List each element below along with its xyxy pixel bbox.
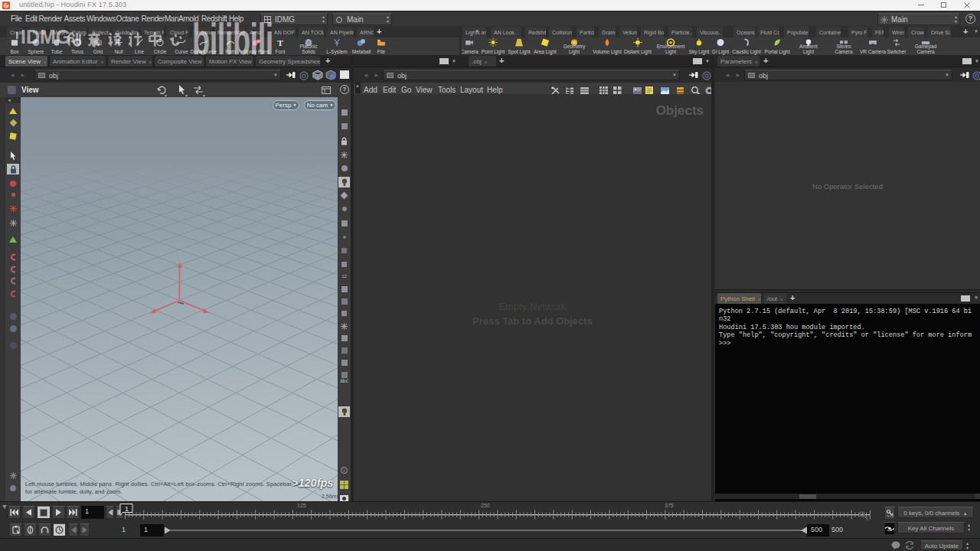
svg-text:T: T bbox=[277, 38, 283, 47]
svg-text:1: 1 bbox=[125, 505, 129, 513]
